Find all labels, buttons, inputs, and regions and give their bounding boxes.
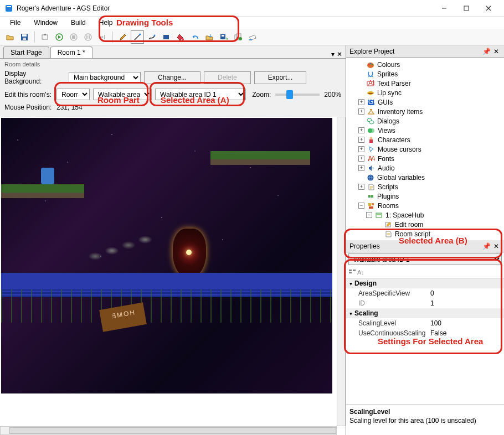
tree-label[interactable]: Rooms [378,202,399,210]
tree-label[interactable]: Colours [377,61,400,69]
characters-icon [367,136,376,144]
tree-label[interactable]: Global variables [377,174,425,182]
menu-window[interactable]: Window [28,18,63,28]
tree-label[interactable]: Audio [378,164,395,172]
delete-bg-button[interactable]: Delete [204,71,251,84]
eraser-icon[interactable] [246,30,259,44]
svg-text:GUI: GUI [368,99,375,106]
collapse-icon[interactable]: − [366,212,372,218]
selected-area-select[interactable]: Walkable area ID 1 [155,89,246,100]
svg-rect-55 [377,214,381,215]
close-button[interactable] [477,1,500,16]
expand-icon[interactable]: + [358,184,364,190]
svg-point-43 [370,137,373,139]
import-mask-icon[interactable] [203,30,216,44]
tree-label[interactable]: 1: SpaceHub [385,211,424,219]
change-bg-button[interactable]: Change... [144,71,200,84]
build-icon[interactable] [38,30,52,44]
open-icon[interactable] [3,30,17,44]
room-part-select[interactable]: Room [56,89,90,100]
export-mask-icon[interactable] [217,30,230,44]
save-icon[interactable] [18,30,31,44]
prop-value[interactable]: 100 [430,319,501,327]
tab-start-page[interactable]: Start Page [3,46,49,58]
svg-rect-7 [22,34,27,37]
freehand-icon[interactable] [145,30,158,44]
prop-value[interactable]: 0 [430,289,501,297]
room-details-panel: Room details Display Background: Main ba… [0,59,346,117]
svg-point-19 [140,33,141,35]
menu-build[interactable]: Build [65,18,91,28]
app-icon [4,4,13,13]
rectangle-icon[interactable] [160,30,173,44]
expand-icon[interactable]: + [358,99,364,105]
tree-label[interactable]: Edit room [395,221,423,229]
text-parser-icon: Ab [366,79,375,88]
tree-label[interactable]: Fonts [378,155,394,163]
minimize-button[interactable] [433,1,455,16]
svg-rect-17 [104,35,105,39]
tree-label[interactable]: Plugins [377,193,399,200]
pause-icon[interactable] [81,30,95,44]
tree-label[interactable]: Views [378,127,395,134]
menu-help[interactable]: Help [94,18,119,28]
expand-icon[interactable]: + [358,137,364,143]
display-bg-select[interactable]: Main background [69,72,141,84]
tree-label[interactable]: GUIs [378,99,393,106]
room-subpart-select[interactable]: Walkable areas [93,89,152,100]
tree-label[interactable]: Characters [378,136,410,144]
properties-object-select[interactable]: Walkable area ID 1 [348,253,502,265]
copy-mask-icon[interactable] [232,30,245,44]
collapse-icon[interactable]: − [358,203,364,209]
tab-room[interactable]: Room 1 * [50,46,92,58]
properties-header: Properties 📌 ✕ [346,240,504,252]
group-design[interactable]: ▾Design [346,278,504,288]
project-tree[interactable]: Colours Sprites AbText Parser Lip sync +… [346,58,504,240]
menu-file[interactable]: File [4,18,26,28]
undo-icon[interactable] [188,30,202,44]
edit-room-label: Edit this room's: [4,91,53,99]
window-title: Roger's Adventure - AGS Editor [17,4,433,12]
svg-point-20 [154,34,156,36]
tab-close-icon[interactable]: ✕ [337,50,342,58]
tab-menu-icon[interactable]: ▾ [331,50,335,58]
alphabetical-icon[interactable]: A↓ [357,269,364,276]
tree-label[interactable]: Mouse cursors [378,146,421,153]
tree-label[interactable]: Dialogs [377,117,399,125]
tree-label[interactable]: Text Parser [377,80,411,87]
stop-icon[interactable] [67,30,80,44]
pin-icon[interactable]: 📌 [482,242,491,251]
tree-label[interactable]: Inventory items [378,108,423,116]
expand-icon[interactable]: + [358,108,364,115]
expand-icon[interactable]: + [358,165,364,171]
room-script-icon [384,230,393,239]
fill-icon[interactable] [174,30,187,44]
views-icon [367,126,376,135]
step-icon[interactable] [96,30,109,44]
close-pane-icon[interactable]: ✕ [492,47,501,56]
h-scrollbar[interactable] [0,426,337,435]
expand-icon[interactable]: + [358,146,364,152]
room-canvas[interactable]: HOME [1,118,332,393]
tree-label[interactable]: Sprites [377,70,398,78]
pencil-icon[interactable] [116,30,130,44]
close-pane-icon[interactable]: ✕ [492,242,501,251]
categorized-icon[interactable] [348,268,356,276]
maximize-button[interactable] [455,1,477,16]
display-bg-label: Display Background: [4,70,65,85]
titlebar: Roger's Adventure - AGS Editor [0,0,504,17]
tree-label[interactable]: Scripts [378,183,398,191]
zoom-label: Zoom: [252,91,271,99]
prop-value[interactable]: False [430,329,501,337]
tree-label[interactable]: Lip sync [377,89,402,97]
v-scrollbar[interactable] [337,117,346,426]
zoom-slider[interactable] [275,94,320,96]
pin-icon[interactable]: 📌 [482,47,491,56]
expand-icon[interactable]: + [358,156,364,162]
tree-label[interactable]: Room script [395,230,430,238]
export-bg-button[interactable]: Export... [254,71,307,84]
run-icon[interactable] [53,30,66,44]
line-icon[interactable] [131,30,144,44]
group-scaling[interactable]: ▾Scaling [346,308,504,318]
expand-icon[interactable]: + [358,127,364,133]
